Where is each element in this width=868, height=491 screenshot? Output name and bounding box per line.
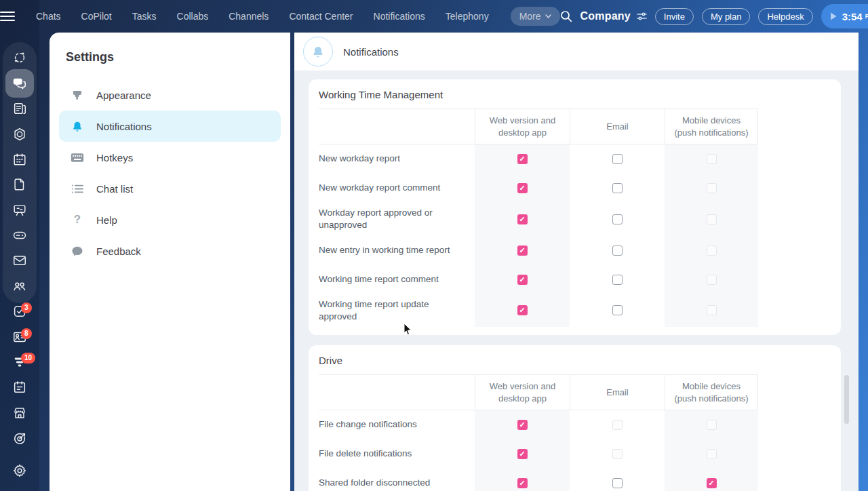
list-icon — [71, 184, 84, 194]
calendar-icon[interactable] — [12, 152, 27, 167]
bell-icon — [71, 120, 84, 133]
checkbox-cell — [665, 439, 758, 469]
checkbox-email — [612, 420, 623, 430]
question-icon: ? — [71, 213, 84, 227]
table-row: File change notifications — [319, 410, 758, 439]
checkbox-cell — [570, 203, 665, 235]
checkbox-mobile — [707, 449, 717, 459]
settings-item-hotkeys[interactable]: Hotkeys — [59, 142, 281, 173]
notifications-badge-circle — [303, 37, 333, 66]
checkbox-cell — [570, 236, 665, 265]
column-header: Web version and desktop app — [475, 375, 570, 410]
clock-time: 3:54 — [842, 11, 863, 22]
row-label: New workday report — [319, 144, 475, 174]
left-icon-rail: 3 8 10 — [0, 0, 39, 491]
settings-item-label: Feedback — [96, 246, 141, 257]
checkbox-email[interactable] — [612, 305, 623, 315]
table-header-row: Web version and desktop appEmailMobile d… — [319, 374, 758, 410]
document-icon[interactable] — [12, 177, 27, 192]
table-row: Shared folder disconnected — [319, 469, 758, 491]
helpdesk-button[interactable]: Helpdesk — [758, 8, 812, 25]
settings-item-label: Hotkeys — [96, 152, 133, 163]
row-label: Working time report comment — [319, 265, 475, 294]
planner-icon[interactable] — [12, 380, 27, 395]
chats-icon[interactable] — [12, 76, 27, 91]
checkbox-email[interactable] — [612, 214, 623, 224]
table-body: New workday reportNew workday report com… — [319, 144, 758, 327]
checkbox-cell — [475, 439, 570, 469]
checkbox-email[interactable] — [612, 183, 623, 193]
drive-icon[interactable] — [12, 228, 27, 243]
settings-item-label: Notifications — [96, 121, 152, 132]
checkbox-cell — [665, 144, 758, 174]
people-icon[interactable] — [12, 279, 27, 294]
checkbox-web[interactable] — [517, 214, 528, 224]
invite-button[interactable]: Invite — [655, 8, 694, 25]
checkbox-cell — [665, 410, 758, 439]
notification-settings-scroll-area: Working Time Management Web version and … — [294, 71, 859, 491]
settings-item-appearance[interactable]: Appearance — [59, 79, 281, 111]
checkbox-cell — [665, 265, 758, 294]
column-header: Web version and desktop app — [475, 109, 570, 144]
checkbox-web[interactable] — [517, 420, 528, 430]
settings-gear-icon[interactable] — [12, 463, 27, 478]
checkbox-cell — [475, 265, 570, 294]
target-icon[interactable] — [12, 431, 27, 446]
settings-item-label: Chat list — [96, 183, 133, 195]
section-title: Working Time Management — [319, 89, 841, 109]
checkbox-web[interactable] — [517, 478, 528, 488]
row-label: File change notifications — [319, 410, 475, 439]
nav-chats[interactable]: Chats — [36, 11, 61, 22]
checkbox-web[interactable] — [517, 449, 528, 459]
copilot-icon[interactable] — [12, 50, 27, 65]
checkbox-web[interactable] — [517, 154, 528, 164]
nav-notifications[interactable]: Notifications — [374, 11, 425, 22]
checkbox-email[interactable] — [612, 478, 623, 488]
time-tracker-button[interactable]: 3:54 PM — [821, 4, 868, 28]
checkbox-cell — [665, 174, 758, 203]
table-header-row: Web version and desktop appEmailMobile d… — [319, 109, 758, 144]
checkbox-cell — [570, 144, 665, 174]
table-body: File change notificationsFile delete not… — [319, 410, 758, 491]
checkbox-cell — [475, 469, 570, 491]
feed-icon[interactable] — [12, 101, 27, 116]
settings-item-feedback[interactable]: Feedback — [59, 235, 281, 267]
checkbox-email[interactable] — [612, 275, 623, 285]
settings-menu: Appearance Notifications Hotkeys Chat li… — [50, 79, 290, 267]
checkbox-email — [612, 449, 623, 459]
settings-item-help[interactable]: ? Help — [59, 204, 281, 235]
scrollbar-thumb[interactable] — [844, 375, 849, 424]
search-icon[interactable] — [560, 10, 572, 22]
my-plan-button[interactable]: My plan — [702, 8, 751, 25]
settings-section-card: Drive Web version and desktop appEmailMo… — [309, 345, 841, 491]
nav-tasks[interactable]: Tasks — [132, 11, 157, 22]
checkbox-web[interactable] — [517, 275, 528, 285]
checkbox-web[interactable] — [517, 305, 528, 315]
section-title: Drive — [319, 355, 841, 374]
nav-telephony[interactable]: Telephony — [446, 11, 489, 22]
hamburger-menu-icon[interactable] — [0, 11, 15, 22]
checkbox-web[interactable] — [517, 246, 528, 256]
hexagon-ring-icon[interactable] — [12, 127, 27, 142]
nav-copilot[interactable]: CoPilot — [81, 11, 112, 22]
checkbox-email[interactable] — [612, 246, 623, 256]
checkbox-email[interactable] — [612, 154, 623, 164]
mail-icon[interactable] — [12, 253, 27, 268]
checkbox-cell — [570, 469, 665, 491]
checkbox-cell — [570, 265, 665, 294]
bell-large-icon — [311, 45, 325, 59]
settings-item-notifications[interactable]: Notifications — [59, 111, 281, 142]
nav-channels[interactable]: Channels — [229, 11, 269, 22]
table-row: Working time report comment — [319, 265, 758, 294]
checkbox-web[interactable] — [517, 183, 528, 193]
company-selector[interactable]: Company — [580, 10, 647, 22]
checkbox-mobile[interactable] — [707, 478, 717, 488]
nav-collabs[interactable]: Collabs — [177, 11, 209, 22]
market-icon[interactable] — [12, 406, 27, 420]
more-button[interactable]: More — [511, 7, 560, 26]
funnel-badge: 10 — [21, 353, 35, 364]
whiteboard-icon[interactable] — [12, 203, 27, 218]
nav-contact-center[interactable]: Contact Center — [289, 11, 353, 22]
settings-item-chat-list[interactable]: Chat list — [59, 173, 281, 204]
page-title: Notifications — [343, 46, 399, 58]
